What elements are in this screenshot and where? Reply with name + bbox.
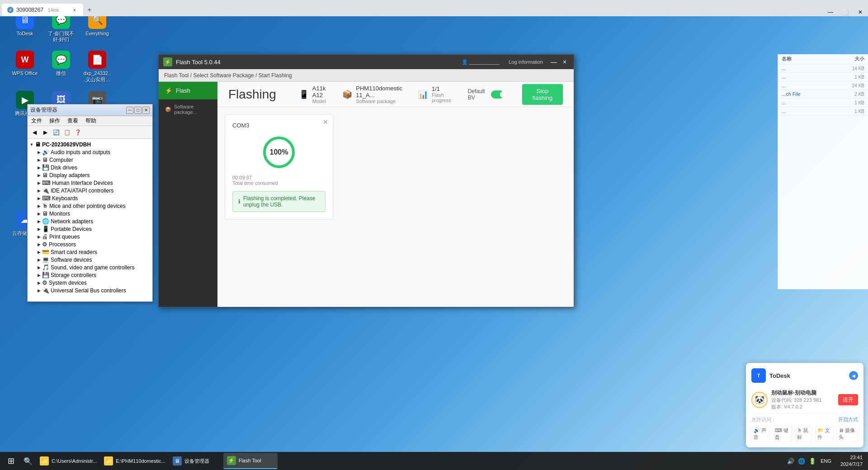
- taskbar-devmanager[interactable]: 🖥 设备管理器: [169, 453, 223, 469]
- dm-item-smartcard[interactable]: ▶ 💳 Smart card readers: [36, 248, 151, 256]
- dm-item-keyboard[interactable]: ▶ ⌨ Keyboards: [36, 194, 151, 202]
- todesk-connect-button[interactable]: 连开: [838, 394, 858, 405]
- dm-help-button[interactable]: ❓: [73, 127, 83, 137]
- todesk-keyboard-icon[interactable]: ⌨ 键盘: [773, 426, 792, 442]
- taskbar-clock[interactable]: 23:41 2024/7/17: [837, 454, 866, 468]
- device-manager-menu-view[interactable]: 查看: [66, 116, 80, 126]
- desktop-icon-wechat[interactable]: 💬 微信: [45, 49, 77, 84]
- desktop-icon-wps[interactable]: W WPS Office: [9, 49, 41, 84]
- dm-expand-mice[interactable]: ▶: [36, 203, 42, 209]
- file-list-item-2[interactable]: ... 24 KB: [778, 81, 868, 90]
- dm-item-computer[interactable]: ▶ 🖥 Computer: [36, 156, 151, 164]
- dm-expand-print[interactable]: ▶: [36, 234, 42, 240]
- dm-item-print[interactable]: ▶ 🖨 Print queues: [36, 233, 151, 240]
- dm-expand-system[interactable]: ▶: [36, 280, 42, 286]
- dm-item-system[interactable]: ▶ ⚙ System devices: [36, 279, 151, 287]
- dm-item-portable[interactable]: ▶ 📱 Portable Devices: [36, 225, 151, 233]
- device-manager-menu-help[interactable]: 帮助: [84, 116, 98, 126]
- dm-item-usb[interactable]: ▶ 🔌 Universal Serial Bus controllers: [36, 287, 151, 294]
- dm-back-button[interactable]: ◀: [29, 127, 39, 137]
- dm-expand-portable[interactable]: ▶: [36, 226, 42, 232]
- taskbar-explorer-2[interactable]: 📁 E:\PHM110domestic...: [100, 453, 169, 469]
- dm-expand-processors[interactable]: ▶: [36, 241, 42, 248]
- todesk-mouse-icon[interactable]: 🖱 鼠标: [795, 426, 812, 442]
- new-tab-button[interactable]: +: [83, 4, 96, 16]
- dm-item-display[interactable]: ▶ 🖥 Display adapters: [36, 171, 151, 179]
- taskbar-devmanager-label: 设备管理器: [184, 458, 209, 465]
- tray-network-icon[interactable]: 🌐: [797, 456, 806, 465]
- stop-flashing-button[interactable]: Stop flashing: [522, 84, 563, 105]
- todesk-camera-icon[interactable]: 🖥 摄像头: [836, 426, 858, 442]
- minimize-window-button[interactable]: —: [824, 8, 837, 16]
- file-list-item-0[interactable]: ... 14 KB: [778, 64, 868, 73]
- dm-item-hid[interactable]: ▶ ⌨ Human Interface Devices: [36, 179, 151, 187]
- active-browser-tab[interactable]: ⚡ 309008267 14ms ×: [2, 4, 83, 16]
- dm-expand-network[interactable]: ▶: [36, 218, 42, 225]
- taskbar-explorer-1[interactable]: 📁 C:\Users\Administr...: [36, 453, 100, 469]
- flash-progress-value: 1/1: [432, 85, 454, 92]
- taskbar-explorer-1-label: C:\Users\Administr...: [52, 458, 97, 464]
- flash-tool-minimize-button[interactable]: —: [549, 57, 558, 66]
- dm-expand-usb[interactable]: ▶: [36, 287, 42, 294]
- close-window-button[interactable]: ✕: [854, 8, 866, 16]
- todesk-footer-link[interactable]: 开启方式: [838, 416, 858, 423]
- default-bv-switch[interactable]: [491, 90, 504, 99]
- dm-expand-display[interactable]: ▶: [36, 172, 42, 179]
- dm-expand-software[interactable]: ▶: [36, 257, 42, 263]
- dm-expand-storage[interactable]: ▶: [36, 272, 42, 278]
- flash-tool-log-button[interactable]: Log information: [509, 59, 543, 65]
- sidebar-software-pkg-item[interactable]: 📦 Software package...: [159, 99, 217, 119]
- dm-item-ide[interactable]: ▶ 🔌 IDE ATA/ATAPI controllers: [36, 187, 151, 194]
- todesk-sound-icon[interactable]: 🔊 声音: [751, 426, 770, 442]
- dm-item-network[interactable]: ▶ 🌐 Network adapters: [36, 217, 151, 225]
- dm-tree-root[interactable]: ▼ 🖥 PC-20230629VDBH: [28, 141, 151, 148]
- desktop-icon-pdf[interactable]: 📄 dxp_24332...义山实用…: [81, 49, 113, 84]
- dm-expand-hid[interactable]: ▶: [36, 180, 42, 186]
- device-manager-minimize-button[interactable]: ─: [126, 107, 133, 114]
- dm-expand-ide[interactable]: ▶: [36, 188, 42, 194]
- device-manager-maximize-button[interactable]: □: [134, 107, 142, 114]
- dm-expand-monitors[interactable]: ▶: [36, 211, 42, 217]
- dm-properties-button[interactable]: 📋: [62, 127, 72, 137]
- todesk-notification: T ToDesk ◀ 🐼 别动鼠标-别动电脑 设备代码: 328 223 981…: [746, 363, 863, 447]
- dm-expand-disk[interactable]: ▶: [36, 164, 42, 171]
- dm-expand-computer[interactable]: ▶: [36, 157, 42, 163]
- file-list-item-4[interactable]: ... 1 KB: [778, 99, 868, 107]
- device-manager-menu-file[interactable]: 文件: [29, 116, 44, 126]
- device-manager-close-button[interactable]: ✕: [142, 107, 150, 114]
- dm-expand-sound[interactable]: ▶: [36, 264, 42, 271]
- flash-tool-close-button[interactable]: ×: [560, 57, 569, 66]
- dm-expand-smartcard[interactable]: ▶: [36, 249, 42, 255]
- dm-item-software[interactable]: ▶ 💻 Software devices: [36, 256, 151, 263]
- card-close-icon[interactable]: ✕: [323, 118, 328, 126]
- file-list-item-5[interactable]: ... 1 KB: [778, 107, 868, 116]
- file-list-item-1[interactable]: ... 1 KB: [778, 73, 868, 81]
- dm-item-audio[interactable]: ▶ 🔊 Audio inputs and outputs: [36, 148, 151, 156]
- device-manager-menu-action[interactable]: 操作: [47, 116, 62, 126]
- dm-item-disk[interactable]: ▶ 💾 Disk drives: [36, 164, 151, 171]
- dm-expand-audio[interactable]: ▶: [36, 149, 42, 155]
- taskbar-flashtool[interactable]: ⚡ Flash Tool: [223, 453, 278, 469]
- dm-refresh-button[interactable]: 🔄: [51, 127, 61, 137]
- taskbar-search-button[interactable]: 🔍: [20, 453, 36, 469]
- dm-item-monitors[interactable]: ▶ 🖥 Monitors: [36, 210, 151, 217]
- dm-item-mice[interactable]: ▶ 🖱 Mice and other pointing devices: [36, 202, 151, 210]
- tray-lang[interactable]: ENG: [819, 458, 833, 464]
- dm-item-storage[interactable]: ▶ 💾 Storage controllers: [36, 271, 151, 279]
- dm-forward-button[interactable]: ▶: [40, 127, 50, 137]
- start-menu-button[interactable]: ⊞: [2, 453, 20, 469]
- todesk-footer-label: 允许访问：: [751, 416, 776, 423]
- dm-expand-keyboard[interactable]: ▶: [36, 195, 42, 202]
- flash-tool-title: Flash Tool 5.0.44: [176, 59, 462, 66]
- dm-item-processors[interactable]: ▶ ⚙ Processors: [36, 240, 151, 248]
- tray-battery-icon[interactable]: 🔋: [808, 456, 817, 465]
- file-list-item-3[interactable]: ...ch File 2 KB: [778, 90, 868, 99]
- sidebar-flash-item[interactable]: ⚡ Flash: [159, 82, 217, 99]
- dm-item-sound[interactable]: ▶ 🎵 Sound, video and game controllers: [36, 263, 151, 271]
- tray-sound-icon[interactable]: 🔊: [786, 456, 795, 465]
- dm-expand-root[interactable]: ▼: [28, 141, 35, 148]
- todesk-expand-button[interactable]: ◀: [849, 371, 858, 380]
- maximize-window-button[interactable]: ⬜: [839, 8, 853, 16]
- tab-close-icon[interactable]: ×: [71, 7, 78, 13]
- todesk-file-icon[interactable]: 📁 文件: [815, 426, 834, 442]
